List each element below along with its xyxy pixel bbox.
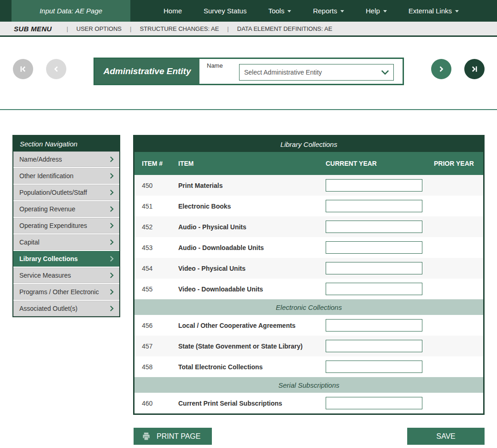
current-year-input[interactable]: [326, 283, 422, 295]
table-section-header: Serial Subscriptions: [134, 377, 483, 393]
current-year-cell: [326, 179, 434, 192]
nav-item-help[interactable]: Help: [366, 7, 387, 15]
item-number-cell: 452: [134, 223, 178, 231]
printer-icon: [142, 432, 151, 441]
table-row-457: 457 State (State Govenment or State Libr…: [134, 336, 483, 356]
item-name-cell: Print Materials: [178, 182, 326, 189]
sidebar-item-operating-expenditures[interactable]: Operating Expenditures: [13, 218, 119, 233]
next-record-button[interactable]: [431, 59, 451, 79]
sidebar-item-population-outlets-staff[interactable]: Population/Outlets/Staff: [13, 185, 119, 200]
chevron-right-icon: [109, 305, 114, 312]
previous-record-button[interactable]: [46, 59, 66, 79]
entity-panel-title: Administrative Entity: [95, 59, 199, 84]
table-row-453: 453 Audio - Downloadable Units: [134, 237, 483, 258]
caret-down-icon: [383, 10, 387, 12]
sidebar-item-label: Capital: [19, 239, 40, 246]
nav-item-label: Home: [164, 7, 182, 15]
submenu-items: |USER OPTIONS|STRUCTURE CHANGES: AE|DATA…: [66, 25, 332, 32]
table-row-455: 455 Video - Downloadable Units: [134, 279, 483, 299]
entity-name-label: Name: [207, 62, 223, 69]
column-header-current-year: CURRENT YEAR: [326, 160, 434, 167]
sidebar-item-library-collections[interactable]: Library Collections: [13, 251, 119, 267]
current-year-input[interactable]: [326, 340, 422, 352]
table-row-452: 452 Audio - Physical Units: [134, 216, 483, 237]
table-row-451: 451 Electronic Books: [134, 196, 483, 216]
submenu-item-user-options[interactable]: USER OPTIONS: [76, 25, 122, 32]
current-year-input[interactable]: [326, 361, 422, 373]
item-number-cell: 454: [134, 265, 178, 272]
print-page-button[interactable]: PRINT PAGE: [134, 428, 212, 445]
current-year-input[interactable]: [326, 221, 422, 233]
current-year-input[interactable]: [326, 262, 422, 274]
item-name-cell: Video - Downloadable Units: [178, 285, 326, 293]
chevron-right-icon: [109, 156, 114, 163]
item-number-cell: 457: [134, 343, 178, 350]
nav-item-tools[interactable]: Tools: [268, 7, 291, 15]
sidebar-item-associated-outlet-s[interactable]: Associated Outlet(s): [13, 301, 119, 316]
nav-item-home[interactable]: Home: [164, 7, 182, 15]
entity-fields: Name Select Administrative Entity: [199, 59, 403, 84]
submenu-separator: |: [227, 25, 228, 32]
item-number-cell: 456: [134, 322, 178, 329]
sidebar-items: Name/Address Other Identification Popula…: [13, 151, 119, 316]
column-header-item: ITEM: [178, 160, 326, 167]
entity-select-wrap: Select Administrative Entity: [239, 64, 394, 81]
nav-item-label: Reports: [313, 7, 337, 15]
sidebar-item-programs-other-electronic[interactable]: Programs / Other Electronic: [13, 284, 119, 300]
column-header-item-number: ITEM #: [134, 160, 178, 167]
nav-item-external-links[interactable]: External Links: [409, 7, 459, 15]
chevron-right-icon: [109, 272, 114, 279]
item-number-cell: 460: [134, 400, 178, 407]
section-divider: [0, 109, 497, 110]
current-year-input[interactable]: [326, 319, 422, 332]
chevron-right-icon: [437, 64, 446, 74]
submenu-item-structure-changes-ae[interactable]: STRUCTURE CHANGES: AE: [140, 25, 219, 32]
chevron-right-icon: [109, 189, 114, 196]
current-year-cell: [326, 200, 434, 212]
table-section-label: Electronic Collections: [276, 303, 342, 311]
current-year-cell: [326, 397, 434, 409]
nav-item-label: Help: [366, 7, 380, 15]
current-year-cell: [326, 361, 434, 373]
nav-item-label: Survey Status: [204, 7, 246, 15]
current-year-input[interactable]: [326, 397, 422, 409]
administrative-entity-panel: Administrative Entity Name Select Admini…: [94, 58, 404, 85]
nav-item-label: Tools: [268, 7, 284, 15]
nav-item-survey-status[interactable]: Survey Status: [204, 7, 246, 15]
first-record-button[interactable]: [13, 59, 33, 79]
current-year-input[interactable]: [326, 179, 422, 192]
submenu-separator: |: [66, 25, 68, 32]
current-year-cell: [326, 262, 434, 274]
first-record-icon: [18, 64, 28, 74]
sidebar-item-other-identification[interactable]: Other Identification: [13, 168, 119, 184]
table-row-458: 458 Total Electronic Collections: [134, 356, 483, 377]
current-year-input[interactable]: [326, 241, 422, 254]
sidebar-item-label: Population/Outlets/Staff: [19, 189, 87, 196]
current-year-input[interactable]: [326, 200, 422, 212]
active-page-tab[interactable]: Input Data: AE Page: [12, 0, 130, 22]
last-record-button[interactable]: [464, 59, 485, 79]
sidebar-item-capital[interactable]: Capital: [13, 234, 119, 250]
current-year-cell: [326, 241, 434, 254]
item-name-cell: Electronic Books: [178, 203, 326, 210]
submenu-title: SUB MENU: [14, 25, 52, 33]
library-collections-table: Library Collections ITEM # ITEM CURRENT …: [133, 135, 485, 415]
last-record-icon: [470, 64, 479, 74]
sidebar-item-label: Library Collections: [19, 255, 78, 262]
nav-item-label: External Links: [409, 7, 452, 15]
administrative-entity-select[interactable]: Select Administrative Entity: [239, 64, 394, 81]
table-section-header: Electronic Collections: [134, 299, 483, 315]
nav-item-reports[interactable]: Reports: [313, 7, 344, 15]
sidebar-item-operating-revenue[interactable]: Operating Revenue: [13, 201, 119, 217]
sidebar-item-label: Service Measures: [19, 272, 71, 279]
item-number-cell: 458: [134, 363, 178, 371]
caret-down-icon: [455, 10, 459, 12]
sidebar-item-label: Operating Revenue: [19, 205, 75, 213]
sidebar-item-name-address[interactable]: Name/Address: [13, 151, 119, 167]
save-button[interactable]: SAVE: [407, 428, 485, 445]
table-header-row: ITEM # ITEM CURRENT YEAR PRIOR YEAR: [134, 152, 483, 175]
submenu-item-data-element-definitions-ae[interactable]: DATA ELEMENT DEFINITIONS: AE: [237, 25, 333, 32]
item-number-cell: 451: [134, 203, 178, 210]
sidebar-item-service-measures[interactable]: Service Measures: [13, 268, 119, 283]
sidebar-title: Section Navigation: [13, 136, 119, 151]
